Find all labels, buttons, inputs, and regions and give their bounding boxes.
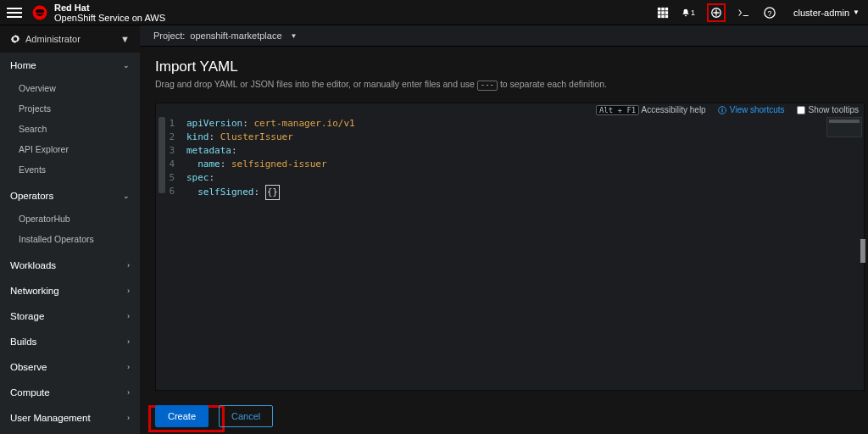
nav-section-builds[interactable]: Builds› [0, 329, 140, 354]
cancel-button[interactable]: Cancel [219, 405, 273, 427]
redhat-logo-icon [32, 5, 47, 20]
nav-section-label: Observe [10, 362, 47, 372]
terminal-icon[interactable] [737, 6, 751, 19]
editor-scrollbar[interactable] [158, 117, 166, 388]
chevron-right-icon: › [127, 312, 130, 320]
accessibility-help: Alt + F1 Accessibility help [596, 105, 706, 114]
main: Project: openshift-marketplace ▼ Import … [140, 25, 868, 434]
nav-section-user-management[interactable]: User Management› [0, 405, 140, 431]
nav-section-compute[interactable]: Compute› [0, 380, 140, 405]
brand-product: OpenShift [54, 13, 96, 23]
nav-section-label: Home [10, 60, 36, 70]
nav-section-label: User Management [10, 413, 91, 423]
nav-section-home[interactable]: Home ⌄ [0, 53, 140, 78]
svg-rect-15 [721, 108, 722, 112]
yaml-editor[interactable]: Alt + F1 Accessibility help View shortcu… [155, 103, 865, 391]
svg-rect-10 [665, 14, 669, 18]
triple-dash: --- [477, 81, 498, 91]
masthead-actions: 1 ? cluster-admin▼ [656, 3, 860, 22]
minimap[interactable] [826, 117, 862, 137]
nav-section-label: Workloads [10, 260, 56, 270]
chevron-right-icon: › [127, 414, 130, 422]
svg-rect-6 [661, 11, 665, 14]
nav-item-events[interactable]: Events [0, 159, 140, 180]
user-menu[interactable]: cluster-admin▼ [793, 8, 860, 18]
nav-section-observe[interactable]: Observe› [0, 354, 140, 380]
chevron-right-icon: › [127, 337, 130, 346]
footer-actions: Create Cancel [155, 405, 273, 427]
svg-rect-3 [661, 7, 665, 10]
chevron-down-icon: ⌄ [123, 61, 130, 70]
help-icon[interactable]: ? [763, 6, 776, 19]
page-header: Import YAML Drag and drop YAML or JSON f… [140, 47, 868, 99]
nav-section-label: Operators [10, 191, 53, 201]
user-name: cluster-admin [793, 8, 849, 18]
caret-down-icon: ▼ [120, 34, 130, 44]
caret-down-icon: ▼ [853, 8, 860, 16]
show-tooltips-toggle[interactable]: Show tooltips [797, 105, 859, 114]
svg-rect-8 [658, 14, 661, 18]
brand: Red Hat OpenShift Service on AWS [32, 3, 165, 23]
nav-section-networking[interactable]: Networking› [0, 278, 140, 303]
nav-item-overview[interactable]: Overview [0, 78, 140, 98]
chevron-right-icon: › [127, 261, 130, 270]
brand-suffix: Service on AWS [98, 13, 165, 23]
page-title: Import YAML [155, 58, 853, 75]
nav-item-operatorhub[interactable]: OperatorHub [0, 209, 140, 229]
page-hint: Drag and drop YAML or JSON files into th… [155, 79, 853, 91]
chevron-right-icon: › [127, 388, 130, 397]
perspective-label: Administrator [25, 34, 81, 44]
nav-section-label: Storage [10, 311, 44, 321]
nav-item-api-explorer[interactable]: API Explorer [0, 139, 140, 159]
notifications-button[interactable]: 1 [682, 6, 695, 19]
apps-icon[interactable] [656, 6, 670, 19]
nav-section-storage[interactable]: Storage› [0, 303, 140, 329]
resize-handle[interactable] [860, 239, 865, 263]
caret-down-icon: ▼ [291, 32, 298, 40]
nav-item-projects[interactable]: Projects [0, 98, 140, 119]
nav-section-label: Networking [10, 286, 59, 296]
import-yaml-button[interactable] [707, 3, 726, 22]
perspective-switcher[interactable]: Administrator ▼ [0, 25, 140, 53]
nav-toggle-button[interactable] [7, 8, 22, 18]
code-area[interactable]: 123456 apiVersion: cert-manager.io/v1kin… [156, 103, 864, 200]
chevron-right-icon: › [127, 287, 130, 295]
svg-text:?: ? [768, 8, 772, 17]
project-label: Project: [153, 31, 185, 41]
nav-section-operators[interactable]: Operators ⌄ [0, 183, 140, 209]
svg-rect-2 [658, 7, 661, 10]
masthead: Red Hat OpenShift Service on AWS 1 ? clu… [0, 0, 868, 25]
gear-icon [10, 34, 20, 44]
svg-point-1 [36, 9, 44, 14]
svg-rect-4 [665, 7, 669, 10]
nav-section-administration[interactable]: Administration› [0, 431, 140, 434]
create-button[interactable]: Create [155, 405, 209, 427]
notification-count: 1 [691, 8, 695, 17]
project-value: openshift-marketplace [190, 31, 281, 41]
project-bar[interactable]: Project: openshift-marketplace ▼ [140, 25, 868, 47]
chevron-right-icon: › [127, 363, 130, 371]
chevron-down-icon: ⌄ [123, 192, 130, 200]
nav-section-workloads[interactable]: Workloads› [0, 253, 140, 278]
svg-rect-5 [658, 11, 661, 14]
nav-item-search[interactable]: Search [0, 119, 140, 139]
nav-section-label: Compute [10, 387, 50, 398]
info-icon [718, 106, 726, 114]
svg-rect-7 [665, 11, 669, 14]
view-shortcuts-link[interactable]: View shortcuts [718, 105, 785, 114]
brand-vendor: Red Hat [54, 3, 90, 13]
sidebar: Administrator ▼ Home ⌄ Overview Projects… [0, 25, 140, 434]
editor-toolbar: Alt + F1 Accessibility help View shortcu… [596, 105, 859, 114]
nav-item-installed-operators[interactable]: Installed Operators [0, 229, 140, 249]
svg-rect-9 [661, 14, 665, 18]
nav-section-label: Builds [10, 337, 36, 347]
svg-rect-16 [721, 107, 722, 108]
